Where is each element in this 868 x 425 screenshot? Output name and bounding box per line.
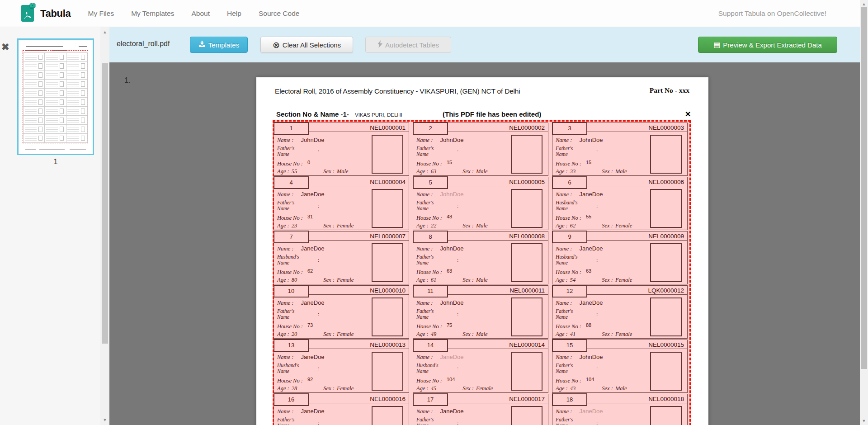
edited-note: (This PDF file has been edited) [443,110,541,118]
sidebar-scrollbar[interactable]: ▲ ▼ [100,27,109,425]
page-thumbnail-sidebar: ✖ 1 ▲ ▼ [0,27,109,425]
table-list-icon: ▤ [713,41,720,48]
sidebar-scrollbar-thumb[interactable] [102,63,108,344]
document-filename: electoral_roll.pdf [117,40,170,48]
pdf-title: Electoral Roll, 2016 of Assembly Constit… [275,87,520,95]
thumb-footer-bar [39,149,65,150]
clear-all-selections-button[interactable]: ⊗ Clear All Selections [260,37,353,53]
thumb-partno-bar [79,46,87,47]
scroll-down-arrow-icon[interactable]: ▼ [860,419,868,423]
nav-item-source-code[interactable]: Source Code [259,9,299,18]
nav-item-about[interactable]: About [192,9,210,18]
page-thumbnail[interactable] [17,38,94,155]
nav-item-my-templates[interactable]: My Templates [131,9,174,18]
brand[interactable]: Tabula [20,3,71,24]
pdf-part-number: Part No - xxx [650,86,689,94]
table-selection-overlay[interactable] [273,120,691,425]
thumbnail-page-number: 1 [17,157,94,166]
templates-button[interactable]: Templates [190,37,248,53]
tabula-logo-icon [20,3,36,24]
section-name: VIKAS PURI, DELHI [355,112,402,118]
preview-export-button[interactable]: ▤ Preview & Export Extracted Data [698,37,837,53]
remove-page-icon[interactable]: ✖ [1,42,9,52]
lightning-bolt-icon [377,40,382,49]
templates-icon [198,41,206,49]
nav-item-help[interactable]: Help [227,9,241,18]
circle-x-icon: ⊗ [273,41,280,49]
page-scrollbar[interactable]: ▲ ▼ [860,0,868,425]
thumbnail-page-preview [19,40,93,154]
pdf-workspace: 1. Electoral Roll, 2016 of Assembly Cons… [109,62,860,425]
page-scrollbar-thumb[interactable] [861,7,867,369]
thumb-footer-bar [25,149,36,150]
nav-links: My Files My Templates About Help Source … [88,9,299,18]
pdf-page-1[interactable]: Electoral Roll, 2016 of Assembly Constit… [256,77,708,425]
export-button-label: Preview & Export Extracted Data [723,41,821,49]
autodetect-tables-button-disabled[interactable]: Autodetect Tables [365,37,451,53]
scroll-up-arrow-icon[interactable]: ▲ [100,30,109,34]
scroll-down-arrow-icon[interactable]: ▼ [100,418,109,422]
thumb-footer-bar [70,149,86,150]
templates-button-label: Templates [208,41,239,49]
top-navbar: Tabula My Files My Templates About Help … [0,0,868,27]
support-opencollective-link[interactable]: Support Tabula on OpenCollective! [718,9,826,18]
page-index-label: 1. [124,76,131,85]
selection-delete-icon[interactable]: ✕ [685,111,691,118]
thumbnail-selection-outline [23,50,88,143]
tabula-app: Tabula My Files My Templates About Help … [0,0,868,425]
toolbar: electoral_roll.pdf Templates ⊗ Clear All… [109,27,860,62]
autodetect-button-label: Autodetect Tables [385,41,439,49]
clear-button-label: Clear All Selections [283,41,341,49]
nav-item-my-files[interactable]: My Files [88,9,114,18]
brand-name: Tabula [40,8,71,19]
thumb-title-bar [26,46,63,47]
section-header: Section No & Name -1- [276,110,349,118]
scroll-up-arrow-icon[interactable]: ▲ [860,2,868,6]
